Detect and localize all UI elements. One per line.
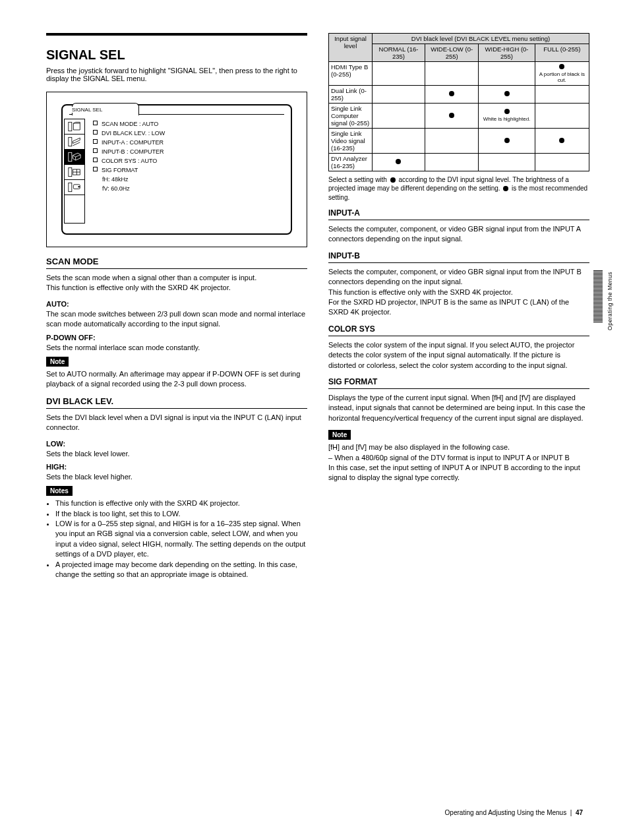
rule bbox=[46, 408, 307, 409]
section-scan-mode: SCAN MODE Sets the scan mode when a sign… bbox=[46, 256, 307, 390]
option-label: AUTO: bbox=[46, 300, 307, 308]
table-cell: White is highlighted. bbox=[479, 103, 535, 128]
table-row-label: Single Link Computer signal (0-255) bbox=[329, 103, 373, 128]
tab-icon bbox=[64, 134, 85, 150]
table-cell bbox=[479, 85, 535, 103]
table-cell bbox=[535, 103, 589, 128]
table-cell bbox=[373, 85, 425, 103]
option-label: LOW: bbox=[46, 440, 307, 448]
table-cell bbox=[425, 128, 478, 153]
section-body: Sets the DVI black level when a DVI sign… bbox=[46, 413, 307, 433]
section-title: INPUT-B bbox=[328, 251, 589, 260]
table-cell bbox=[479, 128, 535, 153]
section-title: SIG FORMAT bbox=[328, 377, 589, 386]
option-text: The scan mode switches between 2/3 pull … bbox=[46, 309, 307, 330]
table-header: DVI black level (DVI BLACK LEVEL menu se… bbox=[373, 34, 589, 44]
table-cell bbox=[373, 153, 425, 171]
tab-icon bbox=[64, 119, 85, 135]
note-bullet: If the black is too light, set this to L… bbox=[55, 509, 307, 519]
table-cell bbox=[479, 153, 535, 171]
note-bullet: A projected image may become dark depend… bbox=[55, 560, 307, 580]
menu-screenshot: SIGNAL SEL SCAN MODE : AUTO DVI BLACK LE… bbox=[46, 92, 307, 247]
table-header: Input signal level bbox=[329, 34, 373, 62]
option-label: HIGH: bbox=[46, 463, 307, 471]
note-bullet: LOW is for a 0–255 step signal, and HIGH… bbox=[55, 519, 307, 560]
table-cell bbox=[535, 153, 589, 171]
table-row-label: HDMI Type B (0-255) bbox=[329, 62, 373, 86]
table-cell bbox=[373, 62, 425, 86]
option-label: P-DOWN OFF: bbox=[46, 334, 307, 342]
page-title: SIGNAL SEL bbox=[46, 47, 307, 63]
screen-tab-title: SIGNAL SEL bbox=[72, 107, 102, 113]
table-footnote: Select a setting with according to the D… bbox=[328, 175, 589, 202]
note-text: [fH] and [fV] may be also displayed in t… bbox=[328, 442, 589, 483]
table-cell bbox=[535, 85, 589, 103]
section-title: SCAN MODE bbox=[46, 256, 307, 266]
section-input-b: INPUT-B Selects the computer, component,… bbox=[328, 251, 589, 318]
rule bbox=[328, 336, 589, 336]
section-input-a: INPUT-A Selects the computer, component,… bbox=[328, 208, 589, 245]
section-dvi-black-lev: DVI BLACK LEV. Sets the DVI black level … bbox=[46, 396, 307, 580]
table-row-label: Single Link Video signal (16-235) bbox=[329, 128, 373, 153]
page-footer: Operating and Adjusting Using the Menus … bbox=[445, 809, 583, 816]
tab-icon-selected bbox=[64, 149, 85, 165]
tab-icon-blank bbox=[64, 195, 85, 224]
tab-icon bbox=[64, 164, 85, 180]
rule bbox=[46, 268, 307, 269]
svg-point-6 bbox=[78, 186, 80, 188]
svg-rect-3 bbox=[69, 167, 72, 176]
section-body: Selects the computer, component, or vide… bbox=[328, 267, 589, 318]
option-text: Sets the normal interlace scan mode cons… bbox=[46, 343, 307, 353]
tab-icon bbox=[64, 179, 85, 195]
table-col-header: FULL (0-255) bbox=[535, 44, 589, 62]
table-cell: A portion of black is cut. bbox=[535, 62, 589, 86]
rule bbox=[328, 262, 589, 263]
section-title: DVI BLACK LEV. bbox=[46, 396, 307, 406]
section-body: Selects the computer, component, or vide… bbox=[328, 224, 589, 245]
svg-rect-1 bbox=[69, 137, 72, 146]
option-text: Sets the black level lower. bbox=[46, 449, 307, 459]
table-cell bbox=[425, 85, 478, 103]
heavy-rule bbox=[46, 33, 307, 36]
section-title: COLOR SYS bbox=[328, 324, 589, 334]
section-body: Selects the color system of the input si… bbox=[328, 340, 589, 371]
note-badge: Note bbox=[328, 430, 351, 440]
table-row-label: Dual Link (0-255) bbox=[329, 85, 373, 103]
rule bbox=[328, 388, 589, 389]
table-cell bbox=[373, 103, 425, 128]
thumb-tab bbox=[593, 270, 603, 323]
note-badge: Note bbox=[46, 357, 69, 367]
note-badge: Notes bbox=[46, 486, 73, 496]
section-color-sys: COLOR SYS Selects the color system of th… bbox=[328, 324, 589, 371]
svg-rect-0 bbox=[69, 122, 72, 131]
table-cell bbox=[425, 62, 478, 86]
left-column: SIGNAL SEL Press the joystick forward to… bbox=[46, 33, 307, 580]
option-text: Sets the black level higher. bbox=[46, 472, 307, 482]
screen-list: SCAN MODE : AUTO DVI BLACK LEV. : LOW IN… bbox=[86, 117, 284, 227]
note-bullets: This function is effective only with the… bbox=[46, 498, 307, 580]
note-text: Set to AUTO normally. An afterimage may … bbox=[46, 369, 307, 390]
thumb-tab-label: Operating the Menus bbox=[607, 272, 616, 330]
section-body: Sets the scan mode when a signal other t… bbox=[46, 273, 307, 293]
dvi-level-table: Input signal level DVI black level (DVI … bbox=[328, 33, 589, 171]
table-cell bbox=[425, 103, 478, 128]
table-cell bbox=[535, 128, 589, 153]
rule bbox=[328, 220, 589, 220]
section-sig-format: SIG FORMAT Displays the type of the curr… bbox=[328, 377, 589, 483]
svg-rect-4 bbox=[69, 183, 72, 191]
icon-rail bbox=[64, 117, 86, 227]
table-cell bbox=[479, 62, 535, 86]
table-cell bbox=[373, 128, 425, 153]
right-column: Input signal level DVI black level (DVI … bbox=[328, 33, 589, 580]
table-row-label: DVI Analyzer (16-235) bbox=[329, 153, 373, 171]
table-col-header: WIDE-HIGH (0-255) bbox=[479, 44, 535, 62]
table-col-header: WIDE-LOW (0-255) bbox=[425, 44, 478, 62]
note-bullet: This function is effective only with the… bbox=[55, 498, 307, 508]
page-subtitle: Press the joystick forward to highlight … bbox=[46, 67, 307, 82]
section-title: INPUT-A bbox=[328, 208, 589, 218]
table-cell bbox=[425, 153, 478, 171]
section-body: Displays the type of the current input s… bbox=[328, 393, 589, 423]
table-col-header: NORMAL (16-235) bbox=[373, 44, 425, 62]
svg-rect-2 bbox=[69, 152, 72, 161]
